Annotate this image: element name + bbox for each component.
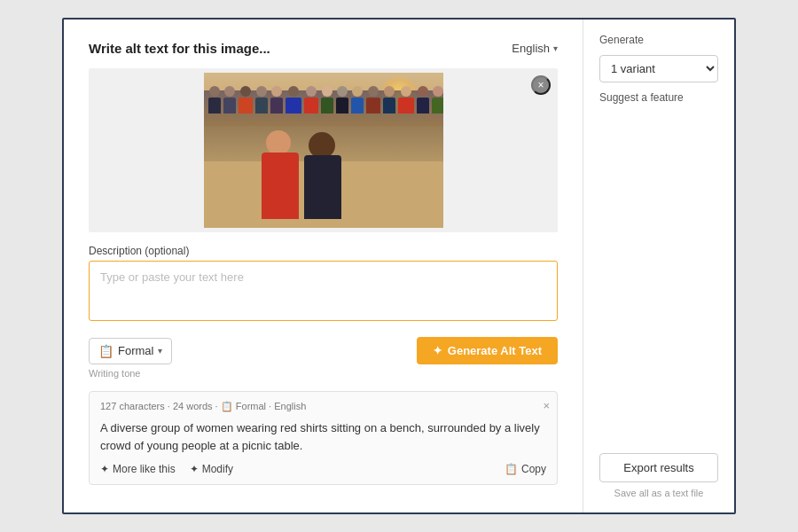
generate-button[interactable]: ✦ Generate Alt Text xyxy=(417,337,558,364)
tone-label: Formal xyxy=(118,344,153,357)
sil14 xyxy=(417,86,429,113)
sil13 xyxy=(398,86,414,113)
image-container: × xyxy=(89,68,558,232)
generate-label: Generate xyxy=(599,34,718,46)
description-section: Description (optional) xyxy=(89,245,558,325)
image-preview xyxy=(204,73,443,228)
copy-label: Copy xyxy=(521,463,546,475)
result-actions: ✦ More like this ✦ Modify 📋 Copy xyxy=(100,463,546,475)
result-close-button[interactable]: × xyxy=(543,399,550,412)
close-image-button[interactable]: × xyxy=(531,75,551,95)
sil2 xyxy=(223,86,236,113)
main-panel: Write alt text for this image... English… xyxy=(64,20,583,512)
description-label: Description (optional) xyxy=(89,245,558,257)
copy-icon: 📋 xyxy=(505,463,518,475)
side-bottom: Export results Save all as a text file xyxy=(599,453,718,498)
generate-label: Generate Alt Text xyxy=(448,344,542,357)
side-panel: Generate 1 variant Suggest a feature Exp… xyxy=(583,20,734,512)
language-selector[interactable]: English ▾ xyxy=(512,42,558,55)
person-red xyxy=(257,121,306,219)
more-like-this-button[interactable]: ✦ More like this xyxy=(100,463,176,475)
language-chevron: ▾ xyxy=(553,43,558,53)
suggest-feature-link[interactable]: Suggest a feature xyxy=(599,91,718,104)
description-input[interactable] xyxy=(89,261,558,321)
sil3 xyxy=(239,86,253,113)
result-box: × 127 characters · 24 words · 📋 Formal ·… xyxy=(89,391,558,485)
plus-icon: ✦ xyxy=(100,463,109,475)
modify-label: Modify xyxy=(202,463,233,475)
main-window: Write alt text for this image... English… xyxy=(62,18,736,514)
sil8 xyxy=(321,86,333,113)
writing-tone-label: Writing tone xyxy=(89,368,558,379)
copy-button[interactable]: 📋 Copy xyxy=(505,463,546,475)
sil10 xyxy=(351,86,364,113)
actions-row: 📋 Formal ▾ ✦ Generate Alt Text xyxy=(89,337,558,364)
sil9 xyxy=(336,86,348,113)
variant-select[interactable]: 1 variant xyxy=(599,55,718,82)
sil1 xyxy=(208,86,221,113)
export-button[interactable]: Export results xyxy=(599,453,718,482)
modify-icon: ✦ xyxy=(190,463,199,475)
book-icon: 📋 xyxy=(98,344,113,358)
sil5 xyxy=(270,86,283,113)
header-row: Write alt text for this image... English… xyxy=(89,41,558,56)
crowd-silhouettes xyxy=(204,86,443,113)
sil7 xyxy=(304,86,318,113)
sil11 xyxy=(366,86,380,113)
tone-chevron: ▾ xyxy=(158,346,162,356)
person-dark xyxy=(301,126,346,219)
language-label: English xyxy=(512,42,550,55)
sil6 xyxy=(286,86,301,113)
modify-button[interactable]: ✦ Modify xyxy=(190,463,233,475)
result-meta: 127 characters · 24 words · 📋 Formal · E… xyxy=(100,401,546,412)
page-title: Write alt text for this image... xyxy=(89,41,270,56)
sil15 xyxy=(432,86,443,113)
tone-button[interactable]: 📋 Formal ▾ xyxy=(89,338,172,364)
save-as-text-link[interactable]: Save all as a text file xyxy=(599,488,718,498)
more-like-this-label: More like this xyxy=(113,463,176,475)
sil4 xyxy=(255,86,268,113)
sil12 xyxy=(383,86,395,113)
generate-icon: ✦ xyxy=(433,344,442,357)
result-text: A diverse group of women wearing red shi… xyxy=(100,419,546,454)
